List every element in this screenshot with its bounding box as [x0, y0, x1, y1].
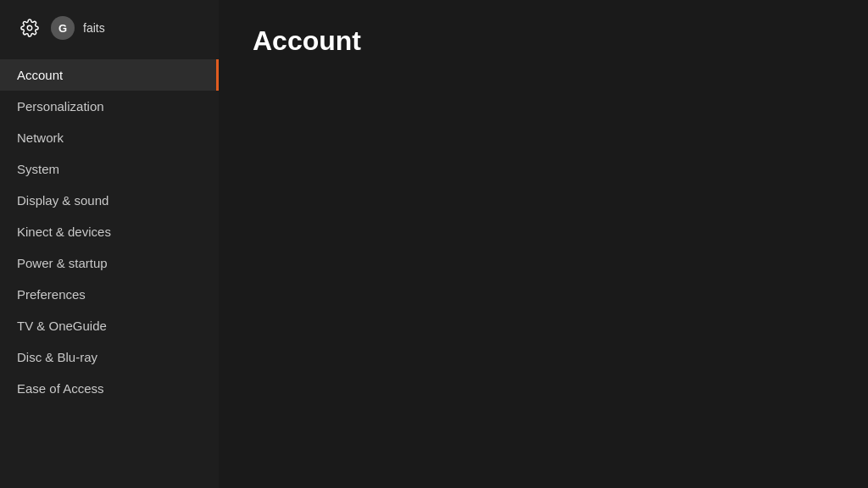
svg-point-0 — [27, 25, 32, 30]
sidebar-nav: AccountPersonalizationNetworkSystemDispl… — [0, 59, 219, 404]
main-content: Account — [219, 0, 868, 488]
sidebar-item-preferences[interactable]: Preferences — [0, 279, 219, 310]
avatar: G — [51, 16, 75, 40]
sidebar-item-system[interactable]: System — [0, 153, 219, 185]
sidebar-item-kinect-devices[interactable]: Kinect & devices — [0, 216, 219, 247]
sidebar-header: G faits — [0, 0, 219, 56]
sidebar-item-account[interactable]: Account — [0, 59, 219, 91]
sidebar-item-power-startup[interactable]: Power & startup — [0, 247, 219, 279]
sidebar-username: faits — [83, 21, 105, 35]
sidebar-item-personalization[interactable]: Personalization — [0, 91, 219, 122]
sidebar-item-display-sound[interactable]: Display & sound — [0, 185, 219, 216]
sidebar-item-tv-oneguide[interactable]: TV & OneGuide — [0, 310, 219, 341]
sidebar-item-network[interactable]: Network — [0, 122, 219, 153]
page-title: Account — [253, 25, 834, 57]
gear-icon[interactable] — [17, 15, 42, 41]
sidebar-item-ease-access[interactable]: Ease of Access — [0, 373, 219, 404]
sidebar: G faits AccountPersonalizationNetworkSys… — [0, 0, 219, 488]
sidebar-item-disc-bluray[interactable]: Disc & Blu-ray — [0, 341, 219, 373]
